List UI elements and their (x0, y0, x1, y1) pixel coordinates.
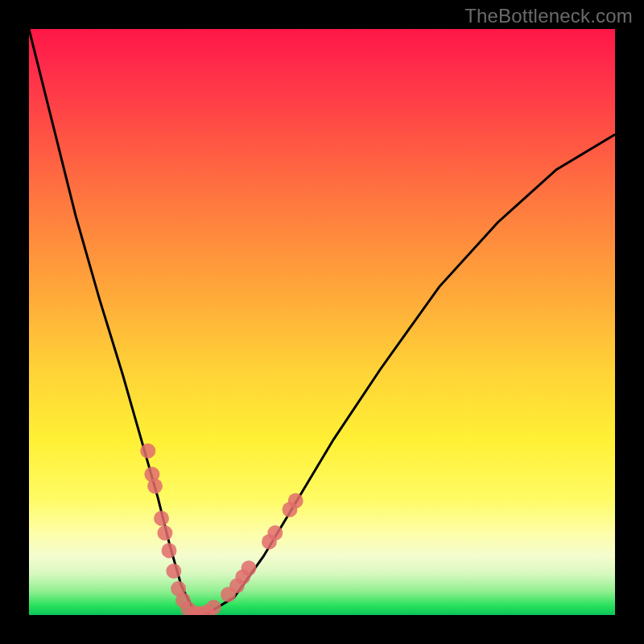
data-point (157, 526, 172, 541)
data-point (206, 600, 221, 615)
data-point (242, 560, 257, 576)
chart-container: TheBottleneck.com (0, 0, 644, 644)
data-point (166, 564, 181, 579)
data-point (147, 478, 163, 493)
data-point (140, 444, 155, 459)
plot-area (29, 29, 615, 615)
data-point (162, 543, 177, 558)
watermark-text: TheBottleneck.com (464, 5, 633, 27)
data-point (154, 510, 169, 526)
highlight-points (140, 444, 303, 615)
data-point (288, 493, 303, 509)
data-point (267, 526, 283, 541)
chart-svg (29, 29, 615, 615)
bottleneck-curve (29, 29, 615, 615)
